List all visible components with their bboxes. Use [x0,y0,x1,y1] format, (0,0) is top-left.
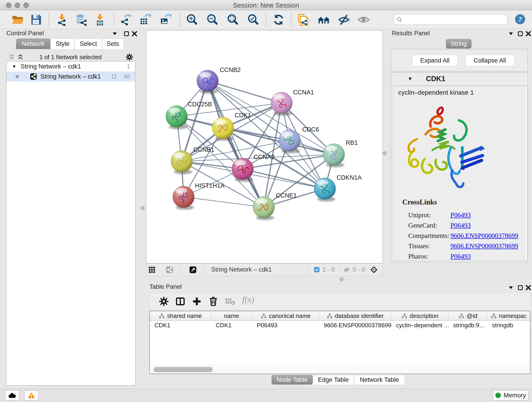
table-cell[interactable]: 9606.ENSP00000378699 [319,321,391,330]
string-home-icon[interactable] [317,13,330,26]
birdseye-view-icon[interactable] [189,266,197,274]
show-columns-icon[interactable] [175,296,185,306]
node-CCNE1[interactable]: CCNE1 [253,192,297,220]
node-CDK1[interactable]: CDK1 [212,112,251,141]
table-row[interactable]: CDK1CDK1P064939606.ENSP00000378699cyclin… [150,321,530,330]
import-network-icon[interactable] [56,13,68,26]
selected-items-checkbox-icon[interactable] [314,267,320,273]
add-column-icon[interactable] [192,296,202,306]
show-eye-icon[interactable] [357,13,370,26]
export-network-icon[interactable] [119,13,132,26]
expand-all-button[interactable]: Expand All [412,55,457,66]
table-cell[interactable]: stringdb:9... [449,321,488,330]
tab-edge-table[interactable]: Edge Table [313,375,354,385]
node-label: CDC25B [188,101,212,108]
node-HIST1H1A[interactable]: HIST1H1A [173,182,225,210]
table-cell[interactable]: CDK1 [211,321,252,330]
crosslink-link[interactable]: P06493 [450,222,471,229]
warnings-button[interactable] [24,390,38,400]
column-label: description [410,313,438,319]
delete-table-icon[interactable] [225,296,236,306]
crosslink-link[interactable]: P06493 [450,211,471,219]
cloud-icon [8,392,16,398]
hide-panel-icon[interactable] [337,13,350,26]
import-database-icon[interactable] [75,13,87,26]
node-CCNA1[interactable]: CCNA1 [271,89,314,116]
column-header-database-identifier[interactable]: database identifier [319,311,391,320]
table-cell[interactable]: stringdb [487,321,530,330]
network-canvas[interactable]: CCNB2 CCNA1 CDC25B CDK1 CDC6 RB1 CCNB1 C… [146,31,383,263]
results-panel-float-icon[interactable] [517,30,524,37]
column-label: @id [467,313,477,319]
collection-expander-icon[interactable]: ▼ [12,64,17,69]
tab-string[interactable]: String [446,39,472,49]
gene-section-header[interactable]: ▼ CDK1 [391,73,528,86]
table-cell[interactable]: cyclin–dependent ... [391,321,448,330]
function-builder-button[interactable]: f(x) [242,294,254,305]
help-button[interactable]: ? [515,14,526,25]
right-splitter-handle[interactable] [383,151,387,155]
table-cell[interactable]: CDK1 [150,321,211,330]
export-table-icon[interactable] [139,13,151,26]
scrollbar-thumb[interactable] [153,367,213,372]
tab-select[interactable]: Select [75,38,102,49]
node-CCNB2[interactable]: CCNB2 [197,66,241,94]
column-header-name[interactable]: name [211,311,252,320]
zoom-out-icon[interactable] [206,13,219,26]
network-options-gear-icon[interactable] [126,53,133,61]
results-scrollbar[interactable] [524,86,528,260]
table-panel-float-icon[interactable] [517,284,524,291]
tab-sets[interactable]: Sets [102,38,124,49]
results-panel-menu-icon[interactable] [507,30,514,37]
open-session-icon[interactable] [12,13,24,26]
column-header-description[interactable]: description [391,311,448,320]
collapse-all-button[interactable]: Collapse All [465,55,514,66]
control-panel-float-icon[interactable] [123,30,130,37]
gene-collapse-icon[interactable]: ▼ [408,76,413,82]
bottom-splitter-handle[interactable] [340,277,344,281]
cloud-button[interactable] [5,390,19,400]
network-row[interactable]: String Network – cdk1 11 48 [6,71,135,82]
memory-button[interactable]: Memory [493,390,528,400]
refresh-icon[interactable] [272,13,285,26]
zoom-selected-icon[interactable] [247,13,259,26]
crosslink-link[interactable]: 9606.ENSP00000378699 [450,232,518,240]
tab-node-table[interactable]: Node Table [272,375,313,385]
network-type-icon[interactable] [166,266,173,274]
network-collection-row[interactable]: ▼ String Network – cdk1 1 [6,61,135,71]
fit-selected-crosshair-icon[interactable] [370,266,378,274]
table-options-gear-icon[interactable] [159,296,169,306]
left-splitter-handle[interactable] [141,206,145,210]
tab-network[interactable]: Network [16,38,51,49]
crosslink-link[interactable]: P06493 [450,253,471,260]
control-panel-menu-icon[interactable] [111,30,118,37]
clone-network-icon[interactable] [297,13,310,26]
table-panel-close-icon[interactable] [525,284,532,291]
tab-style[interactable]: Style [51,38,75,49]
column-header-namespac[interactable]: namespac [487,311,530,320]
column-header--id[interactable]: @id [449,311,488,320]
collapse-all-networks-icon[interactable] [8,54,15,61]
search-input[interactable] [394,14,507,25]
column-header-shared-name[interactable]: shared name [150,311,211,320]
crosslink-link[interactable]: 9606.ENSP00000378699 [450,242,518,250]
table-horizontal-scrollbar[interactable] [150,366,530,374]
table-panel-menu-icon[interactable] [507,284,514,291]
import-table-icon[interactable] [94,13,106,26]
zoom-in-icon[interactable] [186,13,198,26]
hidden-items-eye-icon[interactable] [343,267,350,273]
column-header-canonical-name[interactable]: canonical name [252,311,319,320]
tab-network-table[interactable]: Network Table [354,375,405,385]
node-RB1[interactable]: RB1 [323,139,358,167]
save-session-icon[interactable] [30,13,42,26]
export-image-icon[interactable] [159,13,172,26]
grid-view-icon[interactable] [148,266,156,274]
node-CDKN1A[interactable]: CDKN1A [314,174,362,201]
expand-all-networks-icon[interactable] [17,54,24,61]
zoom-fit-icon[interactable] [227,13,239,26]
control-panel-close-icon[interactable] [131,30,138,37]
results-panel-close-icon[interactable] [525,30,532,37]
delete-column-icon[interactable] [208,296,218,306]
table-cell[interactable]: P06493 [252,321,319,330]
collection-count: 1 [127,63,130,70]
